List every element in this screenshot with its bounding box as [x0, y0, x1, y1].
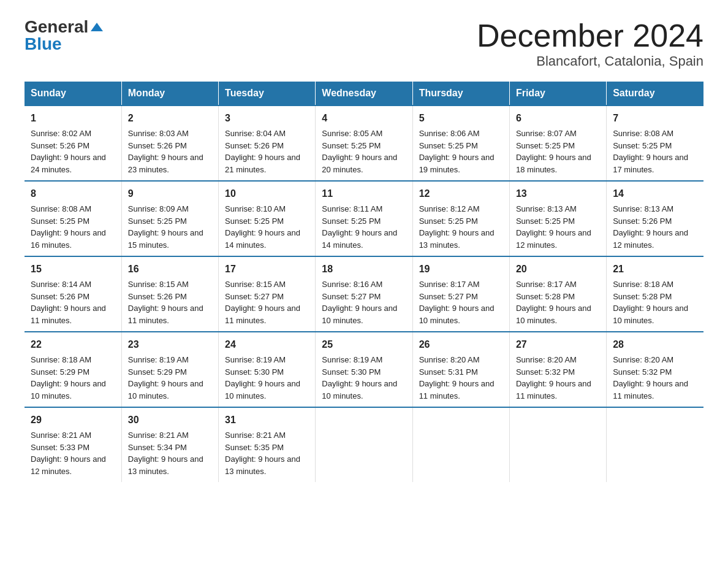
calendar-cell [316, 407, 412, 482]
sunrise-text: Sunrise: 8:08 AM [613, 129, 673, 138]
daylight-text: Daylight: 9 hours and 12 minutes. [516, 228, 591, 250]
logo: General Blue [25, 18, 103, 53]
sunrise-text: Sunrise: 8:07 AM [516, 129, 577, 138]
calendar-cell: 23Sunrise: 8:19 AMSunset: 5:29 PMDayligh… [121, 332, 218, 407]
day-number: 10 [225, 186, 309, 201]
calendar-cell: 28Sunrise: 8:20 AMSunset: 5:32 PMDayligh… [607, 332, 703, 407]
sunset-text: Sunset: 5:28 PM [516, 292, 575, 301]
calendar-cell [412, 407, 509, 482]
sunset-text: Sunset: 5:35 PM [225, 443, 284, 452]
calendar-cell: 31Sunrise: 8:21 AMSunset: 5:35 PMDayligh… [219, 407, 316, 482]
daylight-text: Daylight: 9 hours and 11 minutes. [613, 379, 688, 400]
calendar-cell: 14Sunrise: 8:13 AMSunset: 5:26 PMDayligh… [607, 181, 703, 256]
sunrise-text: Sunrise: 8:19 AM [128, 355, 189, 364]
logo-blue-text: Blue [25, 36, 62, 53]
calendar-week-row: 1Sunrise: 8:02 AMSunset: 5:26 PMDaylight… [25, 105, 703, 181]
calendar-cell: 9Sunrise: 8:09 AMSunset: 5:25 PMDaylight… [121, 181, 218, 256]
calendar-cell: 13Sunrise: 8:13 AMSunset: 5:25 PMDayligh… [509, 181, 606, 256]
calendar-header-row: SundayMondayTuesdayWednesdayThursdayFrid… [25, 82, 703, 105]
calendar-cell: 8Sunrise: 8:08 AMSunset: 5:25 PMDaylight… [25, 181, 121, 256]
day-number: 7 [613, 111, 697, 126]
daylight-text: Daylight: 9 hours and 14 minutes. [225, 228, 300, 250]
daylight-text: Daylight: 9 hours and 10 minutes. [322, 379, 397, 400]
daylight-text: Daylight: 9 hours and 11 minutes. [516, 379, 591, 400]
sunrise-text: Sunrise: 8:16 AM [322, 280, 382, 289]
sunrise-text: Sunrise: 8:14 AM [31, 280, 91, 289]
calendar-cell: 10Sunrise: 8:10 AMSunset: 5:25 PMDayligh… [219, 181, 316, 256]
calendar-cell: 22Sunrise: 8:18 AMSunset: 5:29 PMDayligh… [25, 332, 121, 407]
sunset-text: Sunset: 5:28 PM [613, 292, 672, 301]
sunset-text: Sunset: 5:27 PM [225, 292, 284, 301]
sunrise-text: Sunrise: 8:19 AM [225, 355, 286, 364]
sunrise-text: Sunrise: 8:18 AM [31, 355, 91, 364]
header-tuesday: Tuesday [219, 82, 316, 105]
sunrise-text: Sunrise: 8:18 AM [613, 280, 673, 289]
day-number: 18 [322, 262, 406, 277]
sunset-text: Sunset: 5:26 PM [31, 141, 89, 150]
logo-triangle-icon [91, 23, 103, 31]
calendar-cell: 1Sunrise: 8:02 AMSunset: 5:26 PMDaylight… [25, 105, 121, 181]
calendar-cell: 30Sunrise: 8:21 AMSunset: 5:34 PMDayligh… [121, 407, 218, 482]
page-header: General Blue December 2024 Blancafort, C… [25, 18, 703, 69]
sunset-text: Sunset: 5:25 PM [516, 141, 575, 150]
daylight-text: Daylight: 9 hours and 19 minutes. [419, 153, 495, 174]
sunset-text: Sunset: 5:27 PM [322, 292, 381, 301]
sunrise-text: Sunrise: 8:21 AM [128, 431, 189, 440]
daylight-text: Daylight: 9 hours and 10 minutes. [516, 304, 591, 325]
sunrise-text: Sunrise: 8:10 AM [225, 204, 286, 213]
daylight-text: Daylight: 9 hours and 12 minutes. [31, 454, 106, 476]
day-number: 11 [322, 186, 406, 201]
day-number: 4 [322, 111, 406, 126]
day-number: 6 [516, 111, 600, 126]
sunrise-text: Sunrise: 8:20 AM [613, 355, 673, 364]
day-number: 23 [128, 337, 212, 352]
sunset-text: Sunset: 5:29 PM [128, 367, 187, 377]
sunset-text: Sunset: 5:25 PM [419, 216, 478, 226]
logo-general-text: General [25, 18, 88, 36]
daylight-text: Daylight: 9 hours and 10 minutes. [419, 304, 495, 325]
daylight-text: Daylight: 9 hours and 11 minutes. [419, 379, 495, 400]
sunrise-text: Sunrise: 8:20 AM [419, 355, 480, 364]
header-wednesday: Wednesday [316, 82, 412, 105]
calendar-cell: 12Sunrise: 8:12 AMSunset: 5:25 PMDayligh… [412, 181, 509, 256]
calendar-cell: 5Sunrise: 8:06 AMSunset: 5:25 PMDaylight… [412, 105, 509, 181]
sunset-text: Sunset: 5:25 PM [31, 216, 89, 226]
day-number: 2 [128, 111, 212, 126]
sunrise-text: Sunrise: 8:19 AM [322, 355, 382, 364]
header-monday: Monday [121, 82, 218, 105]
sunrise-text: Sunrise: 8:12 AM [419, 204, 480, 213]
sunrise-text: Sunrise: 8:06 AM [419, 129, 480, 138]
day-number: 14 [613, 186, 697, 201]
calendar-cell: 7Sunrise: 8:08 AMSunset: 5:25 PMDaylight… [607, 105, 703, 181]
day-number: 9 [128, 186, 212, 201]
title-block: December 2024 Blancafort, Catalonia, Spa… [477, 18, 703, 69]
calendar-cell: 3Sunrise: 8:04 AMSunset: 5:26 PMDaylight… [219, 105, 316, 181]
calendar-cell: 15Sunrise: 8:14 AMSunset: 5:26 PMDayligh… [25, 256, 121, 332]
daylight-text: Daylight: 9 hours and 13 minutes. [128, 454, 203, 476]
daylight-text: Daylight: 9 hours and 10 minutes. [31, 379, 106, 400]
day-number: 19 [419, 262, 503, 277]
calendar-week-row: 29Sunrise: 8:21 AMSunset: 5:33 PMDayligh… [25, 407, 703, 482]
sunrise-text: Sunrise: 8:21 AM [31, 431, 91, 440]
sunset-text: Sunset: 5:25 PM [613, 141, 672, 150]
sunset-text: Sunset: 5:29 PM [31, 367, 89, 377]
sunset-text: Sunset: 5:26 PM [128, 141, 187, 150]
sunset-text: Sunset: 5:25 PM [225, 216, 284, 226]
calendar-cell: 26Sunrise: 8:20 AMSunset: 5:31 PMDayligh… [412, 332, 509, 407]
calendar-table: SundayMondayTuesdayWednesdayThursdayFrid… [25, 82, 703, 482]
day-number: 27 [516, 337, 600, 352]
calendar-cell: 27Sunrise: 8:20 AMSunset: 5:32 PMDayligh… [509, 332, 606, 407]
daylight-text: Daylight: 9 hours and 16 minutes. [31, 228, 106, 250]
daylight-text: Daylight: 9 hours and 23 minutes. [128, 153, 203, 174]
calendar-week-row: 15Sunrise: 8:14 AMSunset: 5:26 PMDayligh… [25, 256, 703, 332]
sunset-text: Sunset: 5:26 PM [31, 292, 89, 301]
calendar-cell: 6Sunrise: 8:07 AMSunset: 5:25 PMDaylight… [509, 105, 606, 181]
daylight-text: Daylight: 9 hours and 18 minutes. [516, 153, 591, 174]
daylight-text: Daylight: 9 hours and 13 minutes. [225, 454, 300, 476]
day-number: 26 [419, 337, 503, 352]
header-sunday: Sunday [25, 82, 121, 105]
day-number: 8 [31, 186, 115, 201]
daylight-text: Daylight: 9 hours and 17 minutes. [613, 153, 688, 174]
sunrise-text: Sunrise: 8:20 AM [516, 355, 577, 364]
calendar-cell: 17Sunrise: 8:15 AMSunset: 5:27 PMDayligh… [219, 256, 316, 332]
